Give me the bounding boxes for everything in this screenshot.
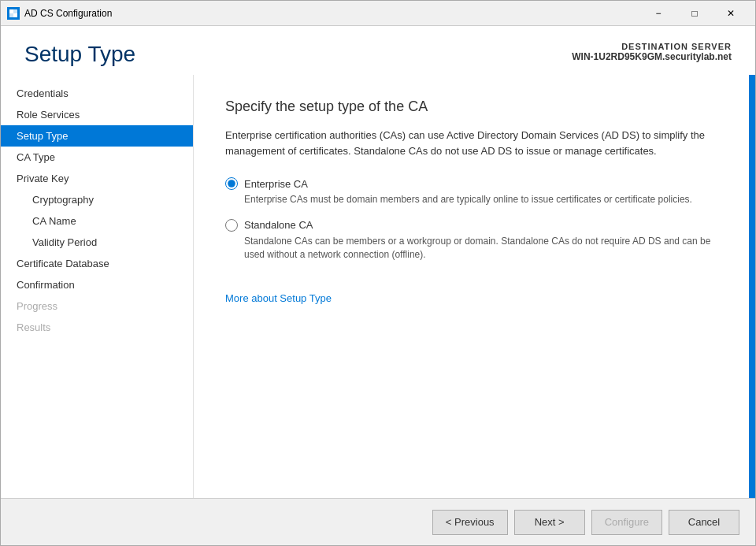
next-button[interactable]: Next >	[514, 510, 585, 535]
app-icon	[7, 7, 20, 20]
destination-server-info: DESTINATION SERVER WIN-1U2RD95K9GM.secur…	[572, 42, 732, 62]
content-area: Credentials Role Services Setup Type CA …	[1, 75, 749, 498]
title-bar: AD CS Configuration − □ ✕	[1, 1, 755, 26]
sidebar-item-credentials[interactable]: Credentials	[1, 83, 193, 104]
standalone-ca-option: Standalone CA Standalone CAs can be memb…	[225, 219, 717, 262]
sidebar-item-ca-type[interactable]: CA Type	[1, 147, 193, 168]
main-window: AD CS Configuration − □ ✕ Setup Type DES…	[0, 0, 756, 546]
svg-rect-0	[9, 9, 13, 13]
maximize-button[interactable]: □	[676, 1, 713, 26]
main-panel: Specify the setup type of the CA Enterpr…	[194, 75, 749, 498]
enterprise-ca-label-text: Enterprise CA	[244, 178, 308, 190]
sidebar-item-certificate-database[interactable]: Certificate Database	[1, 253, 193, 274]
sidebar-item-setup-type[interactable]: Setup Type	[1, 125, 193, 147]
enterprise-ca-label[interactable]: Enterprise CA	[225, 177, 717, 190]
close-button[interactable]: ✕	[713, 1, 749, 26]
configure-button[interactable]: Configure	[591, 510, 662, 535]
sidebar-item-private-key[interactable]: Private Key	[1, 168, 193, 189]
enterprise-ca-radio[interactable]	[225, 177, 238, 190]
panel-heading: Specify the setup type of the CA	[225, 98, 717, 115]
content-with-edge: Credentials Role Services Setup Type CA …	[1, 75, 755, 498]
svg-rect-2	[13, 9, 17, 13]
sidebar-item-confirmation[interactable]: Confirmation	[1, 274, 193, 295]
enterprise-ca-description: Enterprise CAs must be domain members an…	[244, 193, 717, 206]
cancel-button[interactable]: Cancel	[669, 510, 739, 535]
header-area: Setup Type DESTINATION SERVER WIN-1U2RD9…	[1, 26, 755, 75]
enterprise-ca-option: Enterprise CA Enterprise CAs must be dom…	[225, 177, 717, 206]
standalone-ca-description: Standalone CAs can be members or a workg…	[244, 235, 717, 262]
standalone-ca-label-text: Standalone CA	[244, 219, 313, 231]
window-title: AD CS Configuration	[24, 8, 640, 19]
window-controls: − □ ✕	[640, 1, 749, 26]
sidebar-item-results: Results	[1, 317, 193, 338]
destination-server-label: DESTINATION SERVER	[572, 42, 732, 51]
minimize-button[interactable]: −	[640, 1, 676, 26]
sidebar-item-ca-name[interactable]: CA Name	[1, 210, 193, 232]
svg-rect-3	[9, 13, 13, 17]
sidebar-item-role-services[interactable]: Role Services	[1, 104, 193, 125]
sidebar-item-cryptography[interactable]: Cryptography	[1, 189, 193, 210]
destination-server-name: WIN-1U2RD95K9GM.securitylab.net	[572, 51, 732, 62]
previous-button[interactable]: < Previous	[432, 510, 508, 535]
standalone-ca-label[interactable]: Standalone CA	[225, 219, 717, 232]
right-edge-bar	[749, 75, 755, 498]
footer: < Previous Next > Configure Cancel	[1, 498, 755, 545]
more-about-link[interactable]: More about Setup Type	[225, 292, 332, 304]
panel-description: Enterprise certification authorities (CA…	[225, 128, 717, 158]
sidebar-item-validity-period[interactable]: Validity Period	[1, 232, 193, 253]
svg-rect-1	[13, 13, 17, 17]
page-title: Setup Type	[24, 42, 135, 67]
window-body: Setup Type DESTINATION SERVER WIN-1U2RD9…	[1, 26, 755, 545]
sidebar-item-progress: Progress	[1, 295, 193, 317]
setup-type-radio-group: Enterprise CA Enterprise CAs must be dom…	[225, 177, 717, 261]
sidebar-nav: Credentials Role Services Setup Type CA …	[1, 75, 194, 498]
standalone-ca-radio[interactable]	[225, 219, 238, 232]
